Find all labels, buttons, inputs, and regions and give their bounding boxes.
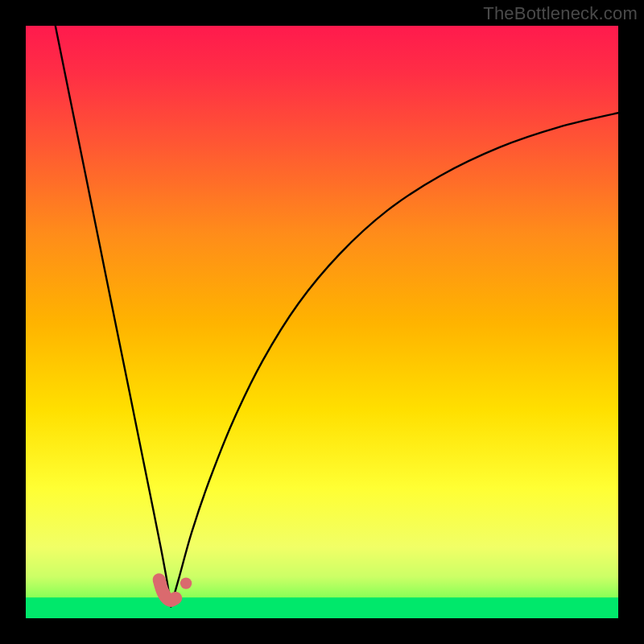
chart-plot-area	[26, 26, 618, 618]
green-band	[26, 597, 618, 618]
chart-outer-frame: TheBottleneck.com	[0, 0, 644, 644]
watermark-text: TheBottleneck.com	[483, 3, 638, 24]
highlight-marker-dab	[180, 577, 192, 588]
chart-svg	[26, 26, 618, 618]
